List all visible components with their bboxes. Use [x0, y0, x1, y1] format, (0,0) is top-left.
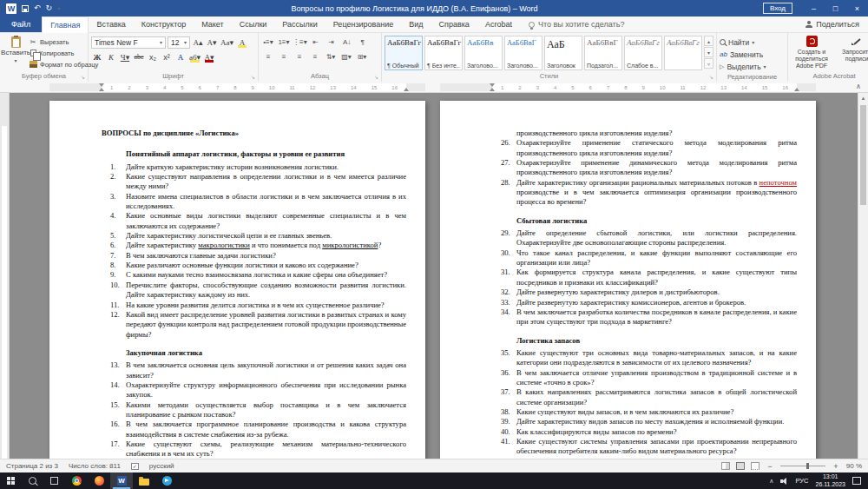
ribbon-tab[interactable]: Главная — [42, 17, 89, 33]
zoom-slider-thumb[interactable] — [806, 463, 809, 469]
read-mode-icon[interactable] — [721, 462, 730, 470]
taskbar-telegram-button[interactable] — [155, 472, 178, 489]
ribbon-tab[interactable]: Рецензирование — [326, 17, 402, 32]
ribbon-tab[interactable]: Макет — [194, 17, 231, 32]
zoom-out-button[interactable]: − — [766, 462, 774, 471]
zoom-level[interactable]: 90 % — [846, 462, 862, 470]
ribbon-tab[interactable]: Рассылки — [274, 17, 325, 32]
gallery-more-icon[interactable]: ▿ — [704, 58, 713, 69]
style-card[interactable]: АаБбВв Заголово... — [464, 36, 503, 70]
taskbar-search-button[interactable] — [22, 472, 43, 489]
font-tool-button[interactable]: x² — [161, 51, 173, 63]
taskbar-browser-button[interactable] — [65, 472, 88, 489]
vertical-scrollbar[interactable]: ▲ — [858, 93, 868, 459]
replace-button[interactable]: ab Заменить — [720, 49, 785, 60]
share-button[interactable]: Поделиться — [797, 17, 868, 32]
grow-font-button[interactable]: А▴ — [192, 36, 204, 49]
paragraph-tool-button[interactable]: ⇅▾ — [324, 51, 338, 63]
redo-icon[interactable]: ↻ — [46, 4, 53, 12]
font-size-select[interactable]: 12▾ — [168, 36, 190, 49]
dialog-launcher-icon[interactable]: ↘ — [709, 75, 713, 80]
font-tool-button[interactable]: Ч▾ — [119, 51, 131, 63]
style-card[interactable]: АаБбВвГг — [664, 36, 702, 70]
find-button[interactable]: Найти ▾ — [720, 36, 785, 48]
ribbon-tab[interactable]: Ссылки — [232, 17, 275, 32]
qat-customize-icon[interactable]: ▾ — [57, 5, 60, 11]
ribbon-tab[interactable]: Справка — [431, 17, 477, 32]
page-indicator[interactable]: Страница 2 из 3 — [6, 462, 58, 470]
paragraph-tool-button[interactable]: А↓ — [340, 36, 354, 49]
change-case-button[interactable]: Аа▾ — [220, 36, 234, 49]
close-button[interactable]: × — [846, 0, 868, 17]
keyboard-language[interactable]: РУС — [795, 477, 808, 485]
ribbon-tab[interactable]: Вид — [401, 17, 431, 32]
tell-me-box[interactable]: Что вы хотите сделать? — [520, 17, 634, 32]
taskbar-explorer-button[interactable] — [133, 472, 155, 489]
font-tool-button[interactable]: abc — [133, 51, 145, 63]
font-family-select[interactable]: Times New F▾ — [91, 36, 166, 49]
spellcheck-icon[interactable]: ✓ — [131, 463, 139, 470]
gallery-up-icon[interactable]: ▴ — [704, 36, 713, 46]
clock[interactable]: 13:01 26.11.2023 — [815, 473, 845, 489]
paragraph-tool-button[interactable]: ⇥ — [325, 36, 339, 49]
minimize-button[interactable]: – — [803, 0, 825, 17]
style-card[interactable]: АаБбВвГ Подзагол... — [584, 36, 622, 70]
collapse-ribbon-icon[interactable]: ∧ — [852, 82, 865, 92]
save-icon[interactable] — [22, 5, 29, 12]
paragraph-tool-button[interactable]: ≡ — [277, 51, 291, 63]
web-layout-icon[interactable] — [751, 462, 760, 470]
word-count[interactable]: Число слов: 811 — [69, 462, 121, 470]
style-card[interactable]: АаБбВвГ Заголово... — [504, 36, 542, 70]
font-tool-button[interactable]: К — [105, 51, 117, 63]
paragraph-tool-button[interactable]: ⊞▾ — [355, 51, 369, 63]
ribbon-tab[interactable]: Файл — [0, 17, 42, 32]
paragraph-tool-button[interactable]: ≡ — [308, 51, 322, 63]
select-button[interactable]: ▷ Выделить ▾ — [720, 61, 785, 72]
document-page-left[interactable]: ВОПРОСЫ по дисциплине «Логистика» Поняти… — [49, 101, 425, 459]
ribbon-tab[interactable]: Вставка — [89, 17, 133, 32]
ribbon-tab[interactable]: Acrobat — [477, 17, 520, 32]
font-tool-button[interactable]: Ж — [91, 51, 103, 63]
paragraph-tool-button[interactable]: ¶ — [356, 36, 370, 49]
paste-button[interactable]: Вставить ▾ — [3, 35, 29, 63]
style-card[interactable]: АаБ Заголовок — [544, 36, 582, 70]
sign-in-button[interactable]: Вход — [763, 3, 792, 14]
print-layout-icon[interactable] — [736, 462, 745, 470]
action-center-icon[interactable] — [852, 477, 861, 485]
taskbar-word-button[interactable]: W — [110, 472, 133, 489]
style-card[interactable]: АаБбВвГг ¶ Без инте... — [424, 36, 463, 70]
task-view-button[interactable] — [43, 472, 65, 489]
paragraph-tool-button[interactable]: 1≡▾ — [277, 36, 291, 49]
start-button[interactable] — [0, 472, 22, 489]
speaker-icon[interactable] — [780, 478, 788, 485]
paragraph-tool-button[interactable]: ≡ — [293, 51, 306, 63]
document-page-right[interactable]: производственного цикла изготовления изд… — [440, 101, 816, 459]
right-indent-marker[interactable] — [794, 88, 799, 91]
style-card[interactable]: АаБбВвГг Слабое в... — [624, 36, 662, 70]
hanging-indent-marker[interactable] — [99, 88, 104, 91]
font-tool-button[interactable]: А▾ — [203, 51, 215, 63]
undo-icon[interactable]: ↶ — [34, 4, 41, 12]
hidden-icons-chevron[interactable]: ∧ — [769, 478, 773, 485]
first-line-indent-marker[interactable] — [490, 83, 495, 87]
language-indicator[interactable]: русский — [149, 462, 174, 470]
zoom-in-button[interactable]: + — [832, 462, 840, 471]
font-tool-button[interactable]: А — [174, 51, 187, 63]
style-card[interactable]: АаБбВвГг ¶ Обычный — [385, 36, 423, 70]
first-line-indent-marker[interactable] — [99, 83, 104, 87]
dialog-launcher-icon[interactable]: ↘ — [374, 75, 378, 80]
ribbon-tab[interactable]: Конструктор — [134, 17, 194, 32]
paragraph-tool-button[interactable]: ⇤ — [309, 36, 323, 49]
font-tool-button[interactable]: аб▾ — [188, 51, 201, 63]
scroll-up-icon[interactable]: ▲ — [858, 93, 868, 103]
dialog-launcher-icon[interactable]: ↘ — [251, 75, 255, 80]
right-indent-marker[interactable] — [404, 88, 409, 91]
paragraph-tool-button[interactable]: ⋮≡▾ — [293, 36, 307, 49]
taskbar-firefox-button[interactable] — [88, 472, 110, 489]
create-share-pdf-button[interactable]: Создать и поделиться Adobe PDF — [791, 36, 832, 69]
paragraph-tool-button[interactable]: ▨▾ — [339, 51, 353, 63]
clear-formatting-button[interactable]: А — [236, 36, 248, 49]
dialog-launcher-icon[interactable]: ↘ — [81, 75, 85, 80]
request-signatures-button[interactable]: Запросить подписи — [836, 36, 868, 69]
hanging-indent-marker[interactable] — [490, 88, 495, 91]
